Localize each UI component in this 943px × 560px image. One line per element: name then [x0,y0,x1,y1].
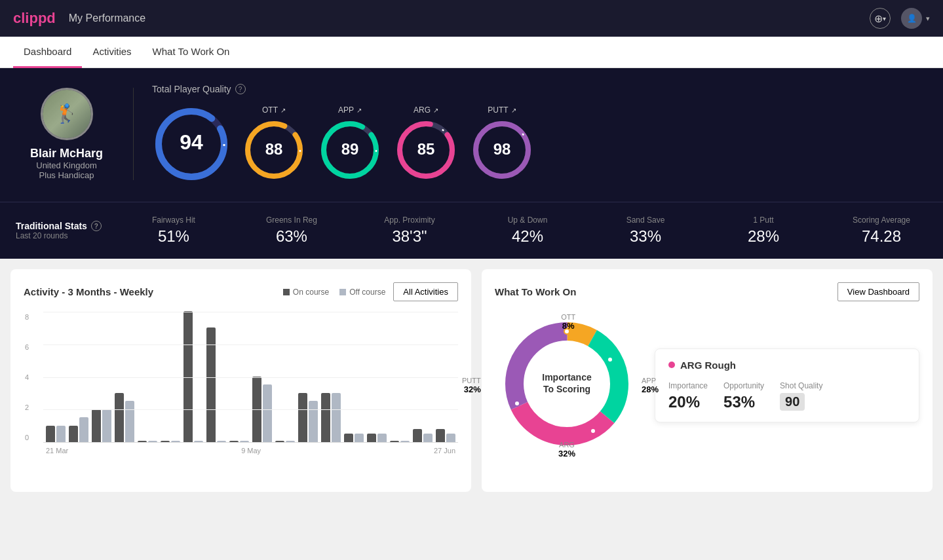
stat-updown-value: 42% [482,227,573,246]
header-right: ⊕ ▾ 👤 ▾ [870,8,930,29]
player-avatar: 🏌️ [41,88,93,140]
stat-1putt-label: 1 Putt [718,215,809,225]
off-course-label: Off course [349,288,385,297]
bar-dark [321,393,330,442]
bottom-content: Activity - 3 Months - Weekly On course O… [0,259,943,502]
chart-area [43,312,458,443]
add-button[interactable]: ⊕ ▾ [870,8,891,29]
svg-text:85: 85 [417,140,435,158]
chart-legend: On course Off course [283,288,386,297]
tab-activities[interactable]: Activities [82,37,142,68]
opportunity-stat: Opportunity 53% [723,381,764,411]
y-label-6: 6 [25,343,29,351]
importance-stat: Importance 20% [668,381,708,411]
player-info: 🏌️ Blair McHarg United Kingdom Plus Hand… [16,88,134,180]
bar-group-9 [229,441,249,442]
work-detail-title: ARG Rough [668,360,906,371]
arg-donut-label-name: ARG [558,441,575,449]
ott-label: OTT ↗ [262,105,286,115]
ott-donut-label-value: 8% [561,321,575,331]
legend-on-course: On course [283,288,329,297]
avatar: 👤 [901,8,922,29]
what-to-work-on-card: What To Work On View Dashboard [482,269,933,492]
putt-arrow-icon: ↗ [511,107,516,114]
stat-greens-label: Greens In Reg [246,215,337,225]
stat-up-down: Up & Down 42% [482,215,573,246]
bar-dark [298,393,307,442]
stat-scoring-avg: Scoring Average 74.28 [836,215,927,246]
bar-dark [229,441,239,442]
x-label-may: 9 May [241,447,261,455]
view-dashboard-button[interactable]: View Dashboard [837,282,919,301]
y-label-0: 0 [25,434,29,441]
work-detail-section: ARG Rough Importance 20% Opportunity 53%… [655,348,919,422]
putt-donut-label: PUTT 32% [462,377,481,394]
bar-group-13 [321,393,341,442]
red-dot-icon [668,362,675,368]
trad-stats-label: Traditional Stats ? Last 20 rounds [16,221,102,240]
player-handicap: Plus Handicap [39,170,94,180]
ott-arrow-icon: ↗ [280,107,286,114]
app-donut-label-name: APP [642,377,659,384]
stat-sand-save: Sand Save 33% [600,215,691,246]
stat-scoring-value: 74.28 [836,227,927,246]
svg-point-28 [607,357,613,362]
stat-app-label: App. Proximity [364,215,455,225]
trad-stats-period: Last 20 rounds [16,231,102,240]
activity-chart-card: Activity - 3 Months - Weekly On course O… [10,269,471,492]
shot-quality-stat-name: Shot Quality [780,381,822,390]
app-arrow-icon: ↗ [356,107,362,114]
legend-off-course: Off course [339,288,385,297]
chevron-down-icon: ▾ [883,15,886,22]
stat-fairways-value: 51% [128,227,220,246]
stat-greens-in-reg: Greens In Reg 63% [246,215,337,246]
bar-group-11 [275,441,295,442]
bar-dark [436,429,445,442]
on-course-dot [283,289,290,295]
stats-banner: 🏌️ Blair McHarg United Kingdom Plus Hand… [0,68,943,202]
svg-text:88: 88 [265,140,283,158]
app-gauge-svg: 89 [317,117,383,183]
stat-sand-value: 33% [600,227,691,246]
work-detail-stats: Importance 20% Opportunity 53% Shot Qual… [668,381,906,411]
trad-help-icon[interactable]: ? [91,221,102,231]
bar-dark [275,441,284,442]
stat-app-proximity: App. Proximity 38'3" [364,215,455,246]
quality-section: Total Player Quality ? 94 OTT [134,84,927,183]
x-labels: 21 Mar 9 May 27 Jun [43,447,458,455]
bar-group-14 [344,434,364,442]
bar-light [102,409,111,442]
work-detail-category: ARG Rough [680,360,736,371]
shot-quality-value: 90 [780,393,805,411]
bar-light [171,441,180,442]
bar-light [148,441,157,442]
header-title: My Performance [69,12,145,24]
bar-group-16 [390,441,410,442]
work-content: Importance To Scoring OTT 8% [495,312,919,458]
all-activities-button[interactable]: All Activities [393,282,458,301]
ott-donut-label: OTT 8% [561,313,575,331]
nav-tabs: Dashboard Activities What To Work On [0,37,943,68]
bar-light [400,441,410,442]
putt-donut-label-value: 32% [462,384,481,394]
tab-dashboard[interactable]: Dashboard [13,37,82,68]
arg-gauge-svg: 85 [393,117,459,183]
on-course-label: On course [293,288,329,297]
bar-group-2 [69,417,88,442]
traditional-stats: Traditional Stats ? Last 20 rounds Fairw… [0,202,943,259]
player-country: United Kingdom [36,160,97,170]
svg-point-29 [590,428,596,434]
bar-light [355,434,364,442]
bar-light [263,384,272,442]
donut-wrapper: Importance To Scoring OTT 8% [495,312,639,458]
help-icon[interactable]: ? [235,84,246,94]
bar-light [286,441,295,442]
svg-text:94: 94 [180,130,203,154]
main-gauge: 94 [152,105,231,183]
stat-fairways-label: Fairways Hit [128,215,220,225]
putt-donut-label-name: PUTT [462,377,481,384]
user-menu-button[interactable]: 👤 ▾ [901,8,930,29]
bar-light [240,441,249,442]
tab-what-to-work-on[interactable]: What To Work On [142,37,241,68]
stat-1putt: 1 Putt 28% [718,215,809,246]
